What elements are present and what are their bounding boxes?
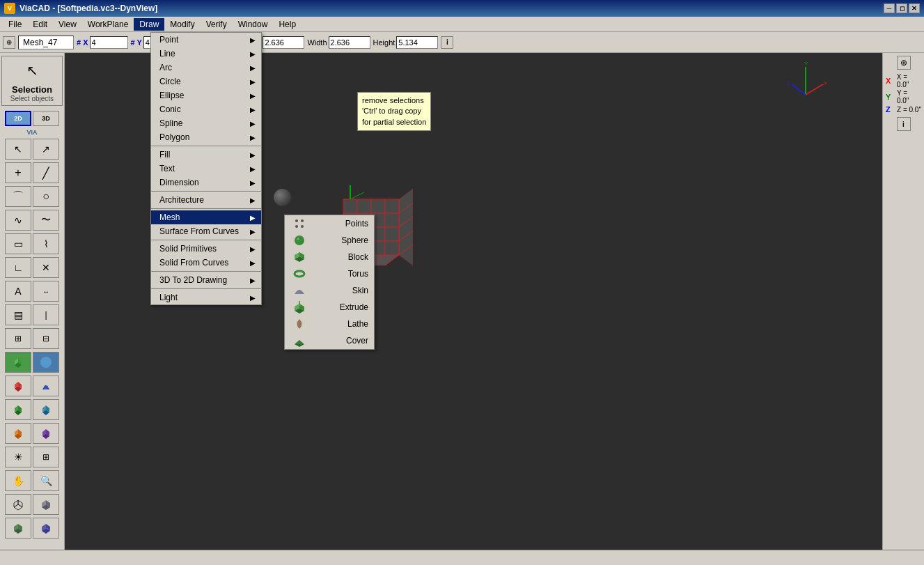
length-input[interactable] xyxy=(263,36,304,49)
menu-item-surface-from-curves[interactable]: Surface From Curves ▶ xyxy=(151,224,261,238)
restore-button[interactable]: ◻ xyxy=(896,3,907,13)
menu-verify[interactable]: Verify xyxy=(201,18,233,31)
select-tool[interactable]: ↖ xyxy=(5,139,31,160)
angle-tool[interactable]: ∟ xyxy=(5,257,31,278)
mesh-torus[interactable]: Torus xyxy=(285,265,374,282)
mesh-block[interactable]: Block xyxy=(285,249,374,265)
arc-tool[interactable]: ⌒ xyxy=(5,186,31,207)
tooltip-line1: remove selections xyxy=(362,95,426,106)
mesh-extrude[interactable]: Extrude xyxy=(285,299,374,316)
hand-tool[interactable]: ✋ xyxy=(5,470,31,491)
mode-3d[interactable]: 3D xyxy=(33,111,59,126)
menu-item-fill[interactable]: Fill ▶ xyxy=(151,148,261,162)
info-button[interactable]: i xyxy=(441,36,453,49)
compass-icon[interactable]: ⊕ xyxy=(897,56,911,70)
width-input[interactable] xyxy=(329,36,370,49)
rect-tool[interactable]: ▭ xyxy=(5,233,31,254)
height-input[interactable] xyxy=(396,36,438,49)
svg-marker-77 xyxy=(295,344,304,347)
solid-cube-tool[interactable] xyxy=(5,352,31,373)
tooltip-popup: remove selections 'Ctrl' to drag copy fo… xyxy=(357,92,431,131)
diagonal-tool[interactable]: ╱ xyxy=(33,162,59,183)
curve-tool[interactable]: ∿ xyxy=(5,210,31,231)
x-coord-label: X xyxy=(886,77,895,85)
x-input[interactable] xyxy=(90,36,128,49)
solid-teal-tool[interactable] xyxy=(33,399,59,420)
menu-item-architecture[interactable]: Architecture ▶ xyxy=(151,193,261,207)
menu-item-line[interactable]: Line ▶ xyxy=(151,47,261,61)
hatch-tool[interactable]: ▤ xyxy=(5,304,31,325)
svg-marker-46 xyxy=(399,189,413,265)
cube-wire-tool[interactable] xyxy=(5,494,31,515)
menu-item-polygon[interactable]: Polygon ▶ xyxy=(151,130,261,144)
grid-tool[interactable]: ⊞ xyxy=(5,328,31,349)
info-icon[interactable]: i xyxy=(897,117,911,131)
mesh-skin[interactable]: Skin xyxy=(285,282,374,299)
menu-item-spline[interactable]: Spline ▶ xyxy=(151,116,261,130)
pattern-tool[interactable]: ⊟ xyxy=(33,328,59,349)
arrow-fill: ▶ xyxy=(250,151,256,159)
title-bar-controls[interactable]: ─ ◻ ✕ xyxy=(884,3,920,13)
y-coord-label: Y xyxy=(886,93,895,101)
squiggle-tool[interactable]: ⌇ xyxy=(33,233,59,254)
menu-draw[interactable]: Draw xyxy=(134,18,164,31)
y-coord-row: Y Y = 0.0" xyxy=(886,89,921,105)
menu-item-solid-primitives[interactable]: Solid Primitives ▶ xyxy=(151,242,261,256)
sun-tool[interactable]: ☀ xyxy=(5,447,31,467)
mesh-submenu: Points Sphere Block Torus Skin xyxy=(284,215,375,350)
solid-red-tool[interactable] xyxy=(5,376,31,396)
menu-modify[interactable]: Modify xyxy=(164,18,200,31)
arrow-line: ▶ xyxy=(250,50,256,58)
y-coord-value: Y = 0.0" xyxy=(897,89,921,105)
minimize-button[interactable]: ─ xyxy=(884,3,895,13)
menu-edit[interactable]: Edit xyxy=(27,18,53,31)
mesh-sphere[interactable]: Sphere xyxy=(285,232,374,249)
cube-solid-small[interactable] xyxy=(33,494,59,515)
menu-window[interactable]: Window xyxy=(233,18,274,31)
cross-tool[interactable]: ✕ xyxy=(33,257,59,278)
menu-file[interactable]: File xyxy=(3,18,27,31)
menu-item-point[interactable]: Point ▶ xyxy=(151,33,261,47)
cube-blue-small[interactable] xyxy=(33,518,59,539)
grid2-tool[interactable]: ⊞ xyxy=(33,447,59,467)
menu-item-solid-from-curves[interactable]: Solid From Curves ▶ xyxy=(151,256,261,270)
mesh-points[interactable]: Points xyxy=(285,215,374,232)
circle-tool[interactable]: ○ xyxy=(33,186,59,207)
cube-render-tool[interactable] xyxy=(5,518,31,539)
line-tool[interactable]: + xyxy=(5,162,31,183)
select-plus-tool[interactable]: ↗ xyxy=(33,139,59,160)
mesh-lathe[interactable]: Lathe xyxy=(285,316,374,332)
menu-item-conic[interactable]: Conic ▶ xyxy=(151,102,261,116)
menu-item-light[interactable]: Light ▶ xyxy=(151,291,261,304)
sphere-object-2 xyxy=(274,189,291,206)
svg-line-57 xyxy=(806,84,823,95)
text-tool[interactable]: A xyxy=(5,281,31,302)
solid-green-tool[interactable] xyxy=(5,399,31,420)
menu-item-mesh[interactable]: Mesh ▶ xyxy=(151,210,261,224)
dim-tool[interactable]: ↔ xyxy=(33,281,59,302)
tooltip-line2: 'Ctrl' to drag copy xyxy=(362,106,426,116)
menu-item-dimension[interactable]: Dimension ▶ xyxy=(151,176,261,189)
menu-item-ellipse[interactable]: Ellipse ▶ xyxy=(151,88,261,102)
mesh-cover[interactable]: Cover xyxy=(285,332,374,349)
svg-marker-20 xyxy=(14,504,22,510)
solid-sphere-tool[interactable] xyxy=(33,352,59,373)
wave-tool[interactable]: 〜 xyxy=(33,210,59,231)
menu-view[interactable]: View xyxy=(53,18,82,31)
zoom-tool[interactable]: 🔍 xyxy=(33,470,59,491)
menu-item-arc[interactable]: Arc ▶ xyxy=(151,61,261,75)
mode-2d[interactable]: 2D xyxy=(5,111,31,126)
solid-blue-tool[interactable] xyxy=(33,376,59,396)
v-tool[interactable]: | xyxy=(33,304,59,325)
snap-button[interactable]: ⊕ xyxy=(3,36,15,49)
close-button[interactable]: ✕ xyxy=(909,3,920,13)
svg-point-63 xyxy=(301,219,304,222)
menu-workplane[interactable]: WorkPlane xyxy=(82,18,134,31)
menu-item-3d-to-2d[interactable]: 3D To 2D Drawing ▶ xyxy=(151,273,261,287)
arrow-tool[interactable]: ↖ xyxy=(21,59,43,82)
menu-item-circle[interactable]: Circle ▶ xyxy=(151,75,261,88)
solid-orange-tool[interactable] xyxy=(5,423,31,444)
solid-purple-tool[interactable] xyxy=(33,423,59,444)
menu-item-text[interactable]: Text ▶ xyxy=(151,162,261,176)
menu-help[interactable]: Help xyxy=(273,18,302,31)
